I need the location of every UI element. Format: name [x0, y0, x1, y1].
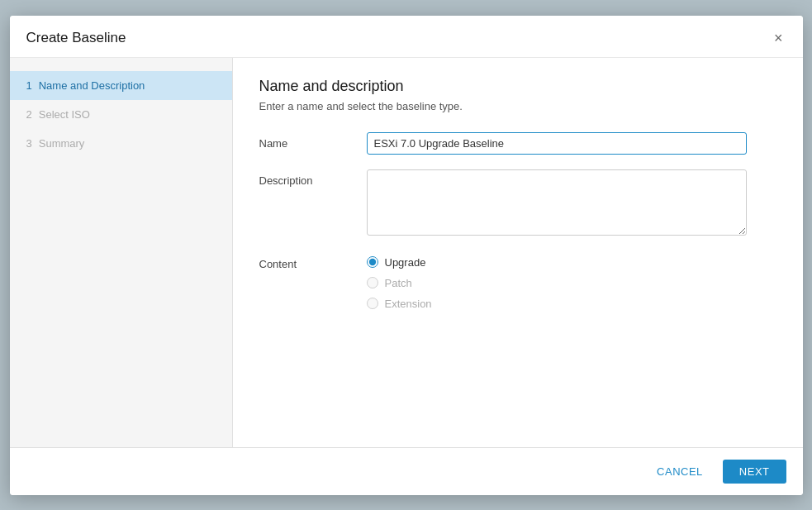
name-input[interactable] [367, 132, 747, 155]
radio-extension-input[interactable] [367, 298, 378, 309]
sidebar-item-name-description[interactable]: 1 Name and Description [10, 71, 232, 100]
radio-patch-input[interactable] [367, 277, 378, 288]
main-content: Name and description Enter a name and se… [233, 58, 803, 447]
content-options-wrap: Upgrade Patch Extension [367, 253, 776, 310]
section-title: Name and description [259, 78, 776, 95]
name-label: Name [259, 132, 367, 150]
dialog-title: Create Baseline [26, 30, 126, 46]
radio-upgrade[interactable]: Upgrade [367, 256, 776, 269]
description-input-wrap [367, 169, 776, 238]
step-2-label: Select ISO [39, 108, 90, 121]
radio-patch[interactable]: Patch [367, 277, 776, 289]
section-subtitle: Enter a name and select the baseline typ… [259, 100, 776, 112]
sidebar-item-summary: 3 Summary [10, 129, 232, 158]
sidebar: 1 Name and Description 2 Select ISO 3 Su… [10, 58, 233, 447]
radio-extension-label: Extension [385, 298, 432, 310]
content-radio-group: Upgrade Patch Extension [367, 253, 776, 310]
close-button[interactable]: × [771, 29, 786, 47]
content-row: Content Upgrade Patch Extens [259, 253, 776, 310]
step-1-number: 1 [26, 79, 32, 92]
description-textarea[interactable] [367, 169, 747, 236]
name-input-wrap [367, 132, 776, 155]
radio-upgrade-input[interactable] [367, 256, 378, 268]
radio-upgrade-label: Upgrade [385, 256, 426, 269]
step-3-number: 3 [26, 137, 32, 150]
dialog-header: Create Baseline × [10, 16, 803, 58]
cancel-button[interactable]: CANCEL [647, 460, 713, 483]
next-button[interactable]: NEXT [723, 460, 786, 484]
content-label: Content [259, 253, 367, 270]
dialog-footer: CANCEL NEXT [10, 447, 803, 495]
create-baseline-dialog: Create Baseline × 1 Name and Description… [10, 16, 803, 495]
step-2-number: 2 [26, 108, 32, 121]
sidebar-item-select-iso: 2 Select ISO [10, 100, 232, 129]
step-3-label: Summary [39, 137, 85, 150]
description-row: Description [259, 169, 776, 238]
radio-patch-label: Patch [385, 277, 412, 289]
dialog-body: 1 Name and Description 2 Select ISO 3 Su… [10, 58, 803, 447]
description-label: Description [259, 169, 367, 187]
step-1-label: Name and Description [39, 79, 145, 92]
name-row: Name [259, 132, 776, 155]
radio-extension[interactable]: Extension [367, 298, 776, 310]
